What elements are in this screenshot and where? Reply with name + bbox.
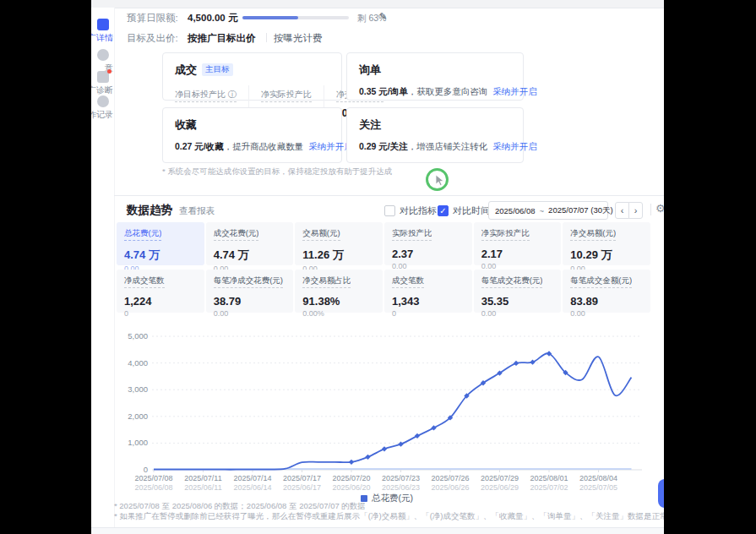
x-tick-label-compare: 2025/06/11 bbox=[184, 483, 221, 492]
compare-time-checkbox[interactable]: ✓ 对比时间 bbox=[438, 204, 490, 217]
trend-chart: 01,0002,0003,0004,0005,0002025/07/082025… bbox=[118, 331, 650, 504]
data-point-marker bbox=[530, 359, 535, 364]
metric-value: 1,343 bbox=[392, 295, 465, 308]
metric-card-grid: 总花费(元)4.74 万0.00成交花费(元)4.74 万0.00交易额(元)1… bbox=[117, 222, 650, 313]
diagnosis-icon bbox=[97, 71, 109, 83]
section-divider bbox=[114, 195, 664, 196]
metric-value: 2.17 bbox=[481, 248, 554, 260]
goal-metric-label[interactable]: 净实际投产比 bbox=[261, 89, 312, 102]
metric-label[interactable]: 每笔成交金额(元) bbox=[570, 275, 632, 288]
metric-card[interactable]: 净交易额占比91.38%0.00% bbox=[295, 270, 383, 313]
goal-metric-label[interactable]: 净目标投产比 ⓘ bbox=[175, 89, 237, 102]
y-tick-label: 2,000 bbox=[128, 411, 148, 421]
compare-time-label: 对比时间 bbox=[453, 204, 490, 217]
x-tick-label-primary: 2025/08/04 bbox=[579, 474, 617, 482]
tab-divider bbox=[266, 33, 267, 42]
campaign-detail-panel: 广详情意广诊断作记录 预算日限额: 4,500.00 元 剩 63% ✎ 目标及… bbox=[91, 0, 664, 534]
metric-card[interactable]: 净实际投产比2.170.00 bbox=[474, 222, 562, 265]
metric-card[interactable]: 净成交笔数1,2240 bbox=[117, 270, 204, 313]
y-tick-label: 5,000 bbox=[128, 331, 148, 341]
metric-card[interactable]: 交易额(元)11.26 万0.00 bbox=[295, 222, 383, 265]
daily-budget-label: 预算日限额: bbox=[127, 12, 178, 25]
goal-card-3: 收藏0.27 元/收藏，提升商品收藏数量采纳并开启 bbox=[162, 107, 342, 163]
budget-slider-fill bbox=[242, 16, 298, 19]
metric-card-wrap: 净成交笔数 bbox=[124, 275, 197, 292]
sidebar-item[interactable]: 作记录 bbox=[91, 95, 114, 121]
budget-slider[interactable] bbox=[242, 16, 349, 19]
metric-card[interactable]: 成交笔数1,3430 bbox=[384, 270, 472, 313]
header-divider bbox=[650, 204, 651, 215]
metric-label[interactable]: 净交易额占比 bbox=[302, 275, 351, 288]
prev-period-button[interactable]: ‹ bbox=[615, 202, 629, 219]
data-point-marker bbox=[398, 441, 403, 446]
metric-card[interactable]: 每笔净成交花费(元)38.790.00 bbox=[206, 270, 294, 313]
trend-title: 数据趋势 bbox=[127, 203, 172, 218]
x-tick-label-compare: 2025/06/20 bbox=[332, 483, 370, 492]
metric-label[interactable]: 净交易额(元) bbox=[570, 228, 616, 241]
adopt-and-enable-link[interactable]: 采纳并开启 bbox=[492, 86, 537, 96]
metric-card[interactable]: 总花费(元)4.74 万0.00 bbox=[117, 222, 204, 265]
metric-compare-value: 0.00% bbox=[302, 309, 375, 318]
metric-card-wrap: 成交花费(元) bbox=[214, 228, 286, 244]
metric-card[interactable]: 实际投产比2.370.00 bbox=[384, 222, 472, 265]
metric-card[interactable]: 净交易额(元)10.29 万0.00 bbox=[563, 222, 650, 265]
metric-card-wrap: 实际投产比 bbox=[392, 228, 465, 244]
bidding-label: 目标及出价: bbox=[127, 32, 178, 45]
goal-card-desc: 0.35 元/询单，获取更多意向咨询采纳并开启 bbox=[359, 86, 511, 98]
data-point-marker bbox=[415, 433, 420, 439]
metric-card[interactable]: 成交花费(元)4.74 万0.00 bbox=[206, 222, 294, 265]
tab-bid-by-impression[interactable]: 按曝光计费 bbox=[274, 32, 323, 45]
goal-card-4: 关注0.29 元/关注，增强店铺关注转化采纳并开启 bbox=[346, 107, 524, 163]
edit-budget-icon[interactable]: ✎ bbox=[379, 11, 387, 22]
tab-bid-by-goal[interactable]: 按推广目标出价 bbox=[188, 32, 256, 45]
metric-label[interactable]: 净实际投产比 bbox=[481, 228, 530, 241]
x-tick-label-primary: 2025/07/11 bbox=[184, 474, 221, 482]
footnote-2: * 如果推广在暂停或删除前已经获得了曝光，那么在暂停或重建后展示「(净)交易额」… bbox=[114, 511, 664, 522]
sidebar-item-label: 广详情 bbox=[91, 32, 113, 44]
top-toolbar-strip bbox=[91, 0, 664, 8]
settings-gear-icon[interactable]: ⚙ bbox=[655, 202, 664, 215]
x-tick-label-primary: 2025/07/08 bbox=[134, 474, 172, 482]
x-tick-label-compare: 2025/06/26 bbox=[431, 483, 469, 492]
metric-value: 1,224 bbox=[124, 295, 197, 308]
metric-label[interactable]: 净成交笔数 bbox=[124, 275, 165, 288]
sidebar-item[interactable]: 广诊断 bbox=[91, 71, 114, 96]
metric-compare-value: 0.00 bbox=[481, 309, 554, 318]
x-tick-label-primary: 2025/07/23 bbox=[382, 474, 420, 482]
metric-label[interactable]: 实际投产比 bbox=[392, 228, 432, 241]
history-icon bbox=[97, 95, 109, 107]
x-tick-label-primary: 2025/07/29 bbox=[481, 474, 519, 482]
metric-label[interactable]: 成交花费(元) bbox=[214, 228, 259, 241]
metric-label[interactable]: 总花费(元) bbox=[124, 228, 161, 241]
metric-label[interactable]: 成交笔数 bbox=[392, 275, 424, 288]
goal-price: 0.27 元/收藏 bbox=[175, 141, 224, 151]
next-period-button[interactable]: › bbox=[628, 202, 643, 219]
metric-label[interactable]: 交易额(元) bbox=[302, 228, 340, 241]
metric-value: 91.38% bbox=[302, 295, 375, 308]
sidebar-item-label: 广诊断 bbox=[91, 84, 113, 96]
metric-label[interactable]: 每笔净成交花费(元) bbox=[214, 275, 283, 288]
metric-card-wrap: 净交易额占比 bbox=[302, 275, 375, 292]
metric-card[interactable]: 每笔成交金额(元)83.890.00 bbox=[563, 270, 650, 313]
metric-value: 38.79 bbox=[214, 295, 286, 308]
goal-card-1: 成交主目标净目标投产比 ⓘ2.45 ✎净实际投产比2.17净交易额(元)1029… bbox=[162, 52, 342, 101]
x-tick-label-compare: 2025/06/17 bbox=[283, 483, 321, 492]
metric-card-wrap: 净实际投产比 bbox=[481, 228, 554, 244]
goal-card-title: 询单 bbox=[359, 63, 381, 78]
view-report-link[interactable]: 查看报表 bbox=[179, 205, 215, 217]
compare-metric-checkbox[interactable]: 对比指标 bbox=[384, 204, 437, 217]
legend-label: 总花费(元) bbox=[372, 493, 413, 503]
floating-side-button[interactable] bbox=[658, 479, 664, 508]
metric-compare-value: 0 bbox=[124, 309, 197, 318]
goal-card-desc: 0.27 元/收藏，提升商品收藏数量采纳并开启 bbox=[175, 141, 329, 153]
sidebar-item[interactable]: 广详情 bbox=[91, 19, 114, 44]
metric-label[interactable]: 每笔成交花费(元) bbox=[481, 275, 543, 288]
x-tick-label-primary: 2025/08/01 bbox=[530, 474, 568, 482]
bottom-strip bbox=[91, 527, 664, 534]
compare-metric-label: 对比指标 bbox=[400, 204, 437, 217]
metric-card[interactable]: 每笔成交花费(元)35.350.00 bbox=[474, 270, 562, 313]
x-tick-label-primary: 2025/07/20 bbox=[332, 474, 370, 482]
goal-card-2: 询单0.35 元/询单，获取更多意向咨询采纳并开启 bbox=[346, 52, 524, 101]
adopt-and-enable-link[interactable]: 采纳并开启 bbox=[492, 141, 537, 151]
date-range-picker[interactable]: 2025/06/08 ~ 2025/07/07 (30天) bbox=[488, 201, 608, 220]
